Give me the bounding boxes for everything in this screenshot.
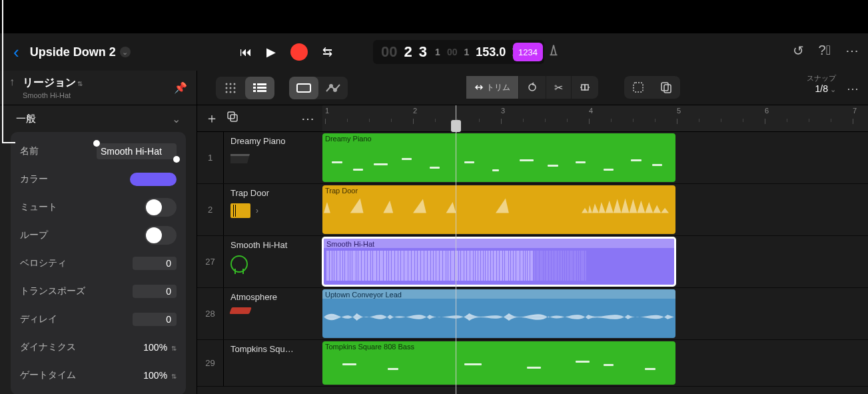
svg-rect-9 [253,83,256,85]
lcd-beats: 1 [435,47,440,57]
region[interactable]: Uptown Conveyor Lead [322,289,675,338]
transport-controls: ⏮ ▶ ⇆ [240,33,332,71]
split-tool-button[interactable]: ✂ [546,76,572,99]
prop-name: 名前 [11,137,186,165]
inspector-subtitle: Smooth Hi-Hat [23,91,83,99]
track-header[interactable]: Smooth Hi-Hat [224,236,322,287]
toolbar-more-button[interactable]: ⋯ [847,81,859,96]
prop-loop: ループ [11,221,186,249]
loop-tool-button[interactable] [519,76,546,99]
more-menu-button[interactable]: ⋯ [845,43,859,59]
headphone-icon [230,255,248,273]
selection-handle[interactable] [173,156,180,163]
track-number[interactable]: 2 [197,184,224,235]
svg-point-0 [226,83,228,85]
delay-value[interactable]: 0 [133,313,177,326]
track-number[interactable]: 29 [197,340,224,386]
tracks-view-button[interactable] [245,77,274,99]
region-selected[interactable]: Smooth Hi-Hat [322,237,675,286]
svg-point-8 [234,91,236,93]
svg-point-2 [234,83,236,85]
track-header[interactable]: Atmosphere [224,288,322,339]
track-row: 2 Trap Door › Trap Door [197,184,868,236]
region[interactable]: Trap Door [322,185,675,234]
region[interactable]: Tompkins Square 808 Bass [322,341,675,385]
prop-dynamics: ダイナミクス 100% ⇅ [11,333,186,361]
undo-button[interactable]: ↺ [793,43,804,59]
loop-switch[interactable] [145,226,177,245]
playhead[interactable] [456,105,456,394]
metronome-button[interactable] [546,43,561,61]
selection-handle[interactable] [93,140,100,147]
svg-point-5 [234,87,236,89]
region-view-segment [289,77,348,99]
title-menu-button[interactable]: ⌄ [120,47,131,57]
piano-icon [230,151,250,167]
region-rect-button[interactable] [289,77,318,99]
svg-point-1 [230,83,232,85]
region[interactable]: Dreamy Piano [322,133,675,182]
svg-point-7 [230,91,232,93]
record-button[interactable] [290,43,308,61]
drumpad-icon [230,203,250,218]
tracks-container: 1 Dreamy Piano Dreamy Piano [197,132,868,394]
lcd-tempo: 153.0 [476,45,506,59]
project-title[interactable]: Upside Down 2 [30,45,116,59]
inspector-up-icon[interactable]: ↑ [9,76,15,88]
trim-tool-button[interactable]: トリム [466,76,519,99]
cycle-button[interactable]: ⇆ [322,45,332,59]
track-row: 29 Tompkins Squ… Tompkins Square 808 Bas… [197,340,868,387]
move-tool-button[interactable] [572,76,598,99]
pin-icon[interactable]: 📌 [174,81,187,94]
section-general-header[interactable]: 一般 ⌄ [0,105,197,132]
svg-point-6 [226,91,228,93]
automation-view-button[interactable] [318,77,348,99]
mute-switch[interactable] [145,198,177,217]
track-header[interactable]: Tompkins Squ… [224,340,322,386]
lcd-bars: 2 3 [404,43,428,61]
edit-tools: トリム ✂ [466,76,598,99]
marquee-tool-button[interactable] [624,76,652,99]
inspector-title[interactable]: リージョン [23,77,76,88]
count-in-button[interactable]: 1234 [513,43,543,61]
inspector-panel: ↑ リージョン⇅ Smooth Hi-Hat 📌 一般 ⌄ 名前 [0,71,197,394]
disclosure-icon[interactable]: › [256,206,258,215]
svg-rect-12 [257,87,266,89]
help-button[interactable]: ?⃝ [819,43,831,59]
grid-view-button[interactable] [216,77,245,99]
top-bar: ‹ Upside Down 2 ⌄ ⏮ ▶ ⇆ 00 2 3 1 00 1 15… [0,33,868,71]
track-number[interactable]: 28 [197,288,224,339]
velocity-value[interactable]: 0 [133,257,177,270]
gate-value[interactable]: 100% ⇅ [130,370,177,381]
track-more-button[interactable]: ⋯ [301,111,314,127]
track-header[interactable]: Trap Door › [224,184,322,235]
track-row: 27 Smooth Hi-Hat Smooth Hi-Hat [197,236,868,288]
dynamics-value[interactable]: 100% ⇅ [130,342,177,353]
playhead-handle[interactable] [451,120,461,132]
copy-tool-button[interactable] [652,76,680,99]
snap-control[interactable]: スナップ 1/8 ⌄ [807,73,836,94]
track-row: 28 Atmosphere Uptown Conveyor Lead [197,288,868,340]
track-row: 1 Dreamy Piano Dreamy Piano [197,132,868,184]
track-number[interactable]: 27 [197,236,224,287]
timeline-ruler[interactable]: 1 2 3 4 5 6 7 [322,105,868,132]
lcd-division: 1 [464,47,469,57]
prop-transpose: トランスポーズ 0 [11,277,186,305]
svg-point-18 [529,84,536,91]
prop-mute: ミュート [11,193,186,221]
transpose-value[interactable]: 0 [133,285,177,298]
svg-rect-13 [253,90,256,92]
prev-button[interactable]: ⏮ [240,45,252,59]
add-track-button[interactable]: ＋ [205,109,218,127]
svg-rect-22 [661,83,668,91]
svg-point-17 [334,89,336,91]
back-button[interactable]: ‹ [8,42,25,63]
track-header[interactable]: Dreamy Piano [224,132,322,183]
track-number[interactable]: 1 [197,132,224,183]
play-button[interactable]: ▶ [266,45,276,59]
color-swatch[interactable] [130,173,177,186]
keyboard-icon [229,307,252,314]
name-input[interactable] [97,143,177,159]
prop-delay: ディレイ 0 [11,305,186,333]
duplicate-track-button[interactable] [226,111,238,126]
